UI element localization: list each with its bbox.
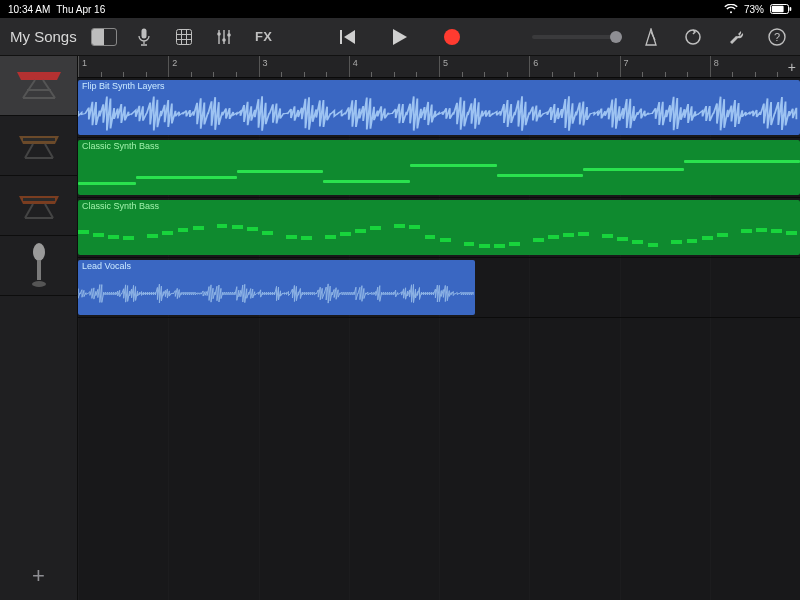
synth-bass-icon [13,128,65,164]
midi-note [632,240,643,244]
add-section-button[interactable]: + [788,59,796,75]
svg-line-20 [651,32,655,40]
timeline: + 12345678 Flip Bit Synth LayersClassic … [78,56,800,600]
status-battery: 73% [744,4,764,15]
bar-label: 8 [714,58,719,68]
region-label: Classic Synth Bass [82,141,159,151]
midi-note [684,160,800,163]
wifi-icon [724,4,738,14]
svg-rect-4 [176,29,191,44]
midi-note [262,231,273,235]
microphone-instrument-icon [27,242,51,290]
midi-note [247,227,258,231]
svg-line-36 [25,204,33,218]
svg-point-12 [217,32,221,36]
master-volume-slider[interactable] [532,35,622,39]
midi-note [671,240,682,244]
midi-note [410,164,497,167]
track-sidebar: + [0,56,78,600]
midi-note [136,176,237,179]
track-lane[interactable]: Classic Synth Bass [78,138,800,198]
ruler-tick [597,72,598,77]
track-lane[interactable]: Classic Synth Bass [78,198,800,258]
metronome-icon[interactable] [638,24,664,50]
ruler-tick [101,72,102,77]
play-button[interactable] [387,24,413,50]
midi-note [583,168,684,171]
mixer-icon[interactable] [211,24,237,50]
track-header-1[interactable] [0,116,77,176]
ruler-tick [732,72,733,77]
midi-note [617,237,628,241]
region[interactable]: Classic Synth Bass [78,200,800,255]
midi-note [717,233,728,237]
waveform [78,274,475,313]
svg-point-18 [444,29,460,45]
svg-line-37 [45,204,53,218]
midi-note [301,236,312,240]
midi-note [741,229,752,233]
midi-note [409,225,420,229]
status-time: 10:34 AM [8,4,50,15]
midi-note [756,228,767,232]
tracks-area[interactable]: Flip Bit Synth LayersClassic Synth BassC… [78,78,800,600]
track-header-2[interactable] [0,176,77,236]
bar-marker: 3 [259,56,260,77]
record-button[interactable] [439,24,465,50]
rewind-button[interactable] [335,24,361,50]
track-lane[interactable]: Flip Bit Synth Layers [78,78,800,138]
add-track-button[interactable]: + [26,563,52,589]
bar-label: 4 [353,58,358,68]
ruler-tick [552,72,553,77]
svg-marker-19 [646,29,656,45]
microphone-icon[interactable] [131,24,157,50]
svg-rect-35 [23,198,55,201]
bar-marker: 1 [78,56,79,77]
ruler-tick [642,72,643,77]
grid-view-icon[interactable] [171,24,197,50]
bar-marker: 2 [168,56,169,77]
tracks-view-toggle[interactable] [91,24,117,50]
midi-note [494,244,505,248]
region-label: Lead Vocals [82,261,131,271]
svg-marker-17 [393,29,407,45]
waveform [78,94,800,133]
midi-note [286,235,297,239]
ruler-tick [281,72,282,77]
midi-note [702,236,713,240]
track-header-3[interactable] [0,236,77,296]
battery-icon [770,4,792,14]
midi-note [370,226,381,230]
ruler[interactable]: + 12345678 [78,56,800,78]
volume-knob[interactable] [610,31,622,43]
track-header-0[interactable] [0,56,77,116]
midi-note [193,226,204,230]
bar-label: 5 [443,58,448,68]
midi-note [340,232,351,236]
midi-note [394,224,405,228]
my-songs-button[interactable]: My Songs [10,28,77,45]
bar-label: 6 [533,58,538,68]
svg-rect-2 [790,7,792,11]
ruler-tick [777,72,778,77]
svg-point-39 [33,243,45,261]
midi-note [548,235,559,239]
region[interactable]: Classic Synth Bass [78,140,800,195]
ruler-tick [191,72,192,77]
track-lane[interactable]: Lead Vocals [78,258,800,318]
midi-note [325,235,336,239]
svg-line-32 [45,144,53,158]
region-label: Classic Synth Bass [82,201,159,211]
help-icon[interactable]: ? [764,24,790,50]
region[interactable]: Flip Bit Synth Layers [78,80,800,135]
midi-note [232,225,243,229]
settings-wrench-icon[interactable] [722,24,748,50]
ruler-tick [665,72,666,77]
bar-label: 7 [624,58,629,68]
midi-note [687,239,698,243]
region[interactable]: Lead Vocals [78,260,475,315]
ruler-tick [416,72,417,77]
fx-button[interactable]: FX [251,24,277,50]
midi-note [533,238,544,242]
loop-icon[interactable] [680,24,706,50]
